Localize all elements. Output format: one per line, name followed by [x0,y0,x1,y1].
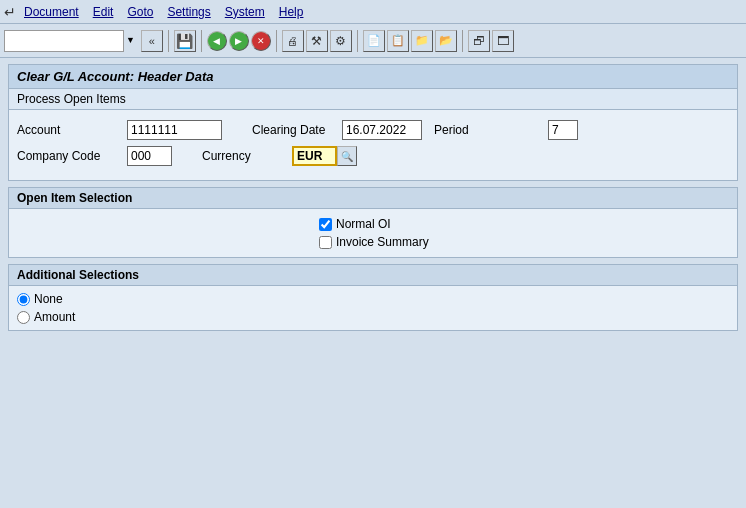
normal-oi-checkbox[interactable] [319,218,332,231]
form-panel-title: Clear G/L Account: Header Data [9,65,737,89]
toolbar-separator-4 [357,30,358,52]
print-icon: 🖨 [287,35,298,47]
window2-icon: 🗖 [497,34,509,48]
radio-amount-row: Amount [17,310,729,324]
dropdown-icon[interactable]: ▼ [126,36,135,45]
currency-search-btn[interactable]: 🔍 [337,146,357,166]
header-form-panel: Clear G/L Account: Header Data Process O… [8,64,738,181]
toolbar-separator-1 [168,30,169,52]
menu-goto[interactable]: Goto [127,5,153,19]
doc1-icon: 📄 [367,34,381,47]
company-code-input[interactable] [127,146,172,166]
command-input[interactable] [4,30,124,52]
nav-prev-btn[interactable]: « [141,30,163,52]
form-row-1: Account Clearing Date Period [17,120,729,140]
exit-icon[interactable]: ↵ [4,4,16,20]
company-code-label: Company Code [17,149,127,163]
additional-selections-header: Additional Selections [9,265,737,286]
find-next-btn[interactable]: ⚙ [330,30,352,52]
doc2-btn[interactable]: 📋 [387,30,409,52]
currency-input-wrapper: 🔍 [292,146,357,166]
menu-bar: ↵ Document Edit Goto Settings System Hel… [0,0,746,24]
menu-help[interactable]: Help [279,5,304,19]
menu-document[interactable]: Document [24,5,79,19]
menu-system[interactable]: System [225,5,265,19]
window1-btn[interactable]: 🗗 [468,30,490,52]
back-btn[interactable]: ◀ [207,31,227,51]
radio-amount[interactable] [17,311,30,324]
clearing-date-label: Clearing Date [252,123,342,137]
account-label: Account [17,123,127,137]
main-area: Clear G/L Account: Header Data Process O… [0,58,746,343]
form-row-2: Company Code Currency 🔍 [17,146,729,166]
search-icon: 🔍 [341,151,353,162]
open-item-body: Normal OI Invoice Summary [9,209,737,257]
forward-btn[interactable]: ▶ [229,31,249,51]
invoice-summary-checkbox[interactable] [319,236,332,249]
nav-prev-icon: « [149,35,155,47]
stop-icon: ✕ [257,36,265,46]
additional-selections-section: Additional Selections None Amount [8,264,738,331]
radio-none[interactable] [17,293,30,306]
find-btn[interactable]: ⚒ [306,30,328,52]
save-icon: 💾 [176,33,193,49]
form-subheader: Process Open Items [9,89,737,110]
form-body: Account Clearing Date Period Company Cod… [9,110,737,180]
currency-group: Currency 🔍 [202,146,357,166]
window1-icon: 🗗 [473,34,485,48]
period-label: Period [434,123,544,137]
period-input[interactable] [548,120,578,140]
doc1-btn[interactable]: 📄 [363,30,385,52]
radio-none-label: None [34,292,63,306]
print-btn[interactable]: 🖨 [282,30,304,52]
normal-oi-row: Normal OI [319,217,727,231]
clearing-date-group: Clearing Date Period [252,120,578,140]
normal-oi-label: Normal OI [336,217,391,231]
currency-input[interactable] [292,146,337,166]
toolbar-separator-3 [276,30,277,52]
window2-btn[interactable]: 🗖 [492,30,514,52]
find-icon: ⚒ [311,34,322,48]
radio-none-row: None [17,292,729,306]
radio-amount-label: Amount [34,310,75,324]
clearing-date-input[interactable] [342,120,422,140]
stop-btn[interactable]: ✕ [251,31,271,51]
checkbox-group: Normal OI Invoice Summary [319,217,727,249]
command-input-wrapper: ▼ [4,30,135,52]
toolbar-separator-2 [201,30,202,52]
toolbar: ▼ « 💾 ◀ ▶ ✕ 🖨 ⚒ ⚙ 📄 📋 📁 📂 🗗 🗖 [0,24,746,58]
open-item-section: Open Item Selection Normal OI Invoice Su… [8,187,738,258]
doc3-icon: 📁 [415,34,429,47]
doc4-btn[interactable]: 📂 [435,30,457,52]
back-icon: ◀ [213,36,220,46]
currency-label: Currency [202,149,292,163]
doc2-icon: 📋 [391,34,405,47]
radio-group: None Amount [9,286,737,330]
account-input[interactable] [127,120,222,140]
invoice-summary-row: Invoice Summary [319,235,727,249]
toolbar-separator-5 [462,30,463,52]
invoice-summary-label: Invoice Summary [336,235,429,249]
forward-icon: ▶ [235,36,242,46]
menu-edit[interactable]: Edit [93,5,114,19]
find-next-icon: ⚙ [335,34,346,48]
doc4-icon: 📂 [439,34,453,47]
doc3-btn[interactable]: 📁 [411,30,433,52]
menu-settings[interactable]: Settings [167,5,210,19]
open-item-header: Open Item Selection [9,188,737,209]
save-btn[interactable]: 💾 [174,30,196,52]
